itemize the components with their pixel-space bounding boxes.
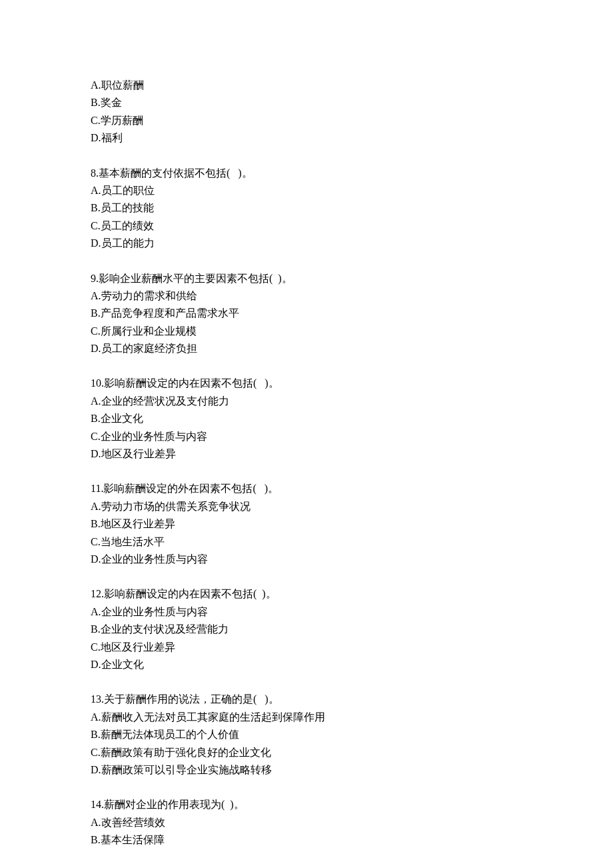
- option-c: C.学历薪酬: [91, 112, 613, 129]
- option-b: B.奖金: [91, 94, 613, 111]
- option-a: A.员工的职位: [91, 182, 613, 199]
- option-a: A.薪酬收入无法对员工其家庭的生活起到保障作用: [91, 709, 613, 726]
- option-b: B.企业文化: [91, 410, 613, 427]
- question-stem: 8.基本薪酬的支付依据不包括( )。: [91, 165, 613, 182]
- question-8: 8.基本薪酬的支付依据不包括( )。 A.员工的职位 B.员工的技能 C.员工的…: [91, 165, 613, 253]
- option-a: A.职位薪酬: [91, 77, 613, 94]
- option-c: C.当地生活水平: [91, 533, 613, 551]
- option-a: A.劳动力市场的供需关系竞争状况: [91, 498, 613, 515]
- option-c: C.地区及行业差异: [91, 639, 613, 656]
- option-d: D.员工的家庭经济负担: [91, 340, 613, 357]
- question-14: 14.薪酬对企业的作用表现为( )。 A.改善经营绩效 B.基本生活保障: [91, 796, 613, 849]
- option-d: D.员工的能力: [91, 235, 613, 252]
- question-10: 10.影响薪酬设定的内在因素不包括( )。 A.企业的经营状况及支付能力 B.企…: [91, 375, 613, 463]
- option-c: C.薪酬政策有助于强化良好的企业文化: [91, 744, 613, 761]
- question-stem: 13.关于薪酬作用的说法，正确的是( )。: [91, 691, 613, 708]
- orphan-options-block: A.职位薪酬 B.奖金 C.学历薪酬 D.福利: [91, 77, 613, 147]
- question-stem: 9.影响企业薪酬水平的主要因素不包括( )。: [91, 270, 613, 287]
- option-d: D.地区及行业差异: [91, 445, 613, 463]
- question-stem: 14.薪酬对企业的作用表现为( )。: [91, 796, 613, 813]
- option-b: B.产品竞争程度和产品需求水平: [91, 305, 613, 322]
- question-stem: 11.影响薪酬设定的外在因素不包括( )。: [91, 480, 613, 497]
- option-a: A.改善经营绩效: [91, 814, 613, 831]
- option-a: A.企业的业务性质与内容: [91, 603, 613, 621]
- question-11: 11.影响薪酬设定的外在因素不包括( )。 A.劳动力市场的供需关系竞争状况 B…: [91, 480, 613, 568]
- option-b: B.薪酬无法体现员工的个人价值: [91, 726, 613, 743]
- question-9: 9.影响企业薪酬水平的主要因素不包括( )。 A.劳动力的需求和供给 B.产品竞…: [91, 270, 613, 358]
- option-d: D.企业文化: [91, 656, 613, 673]
- option-d: D.企业的业务性质与内容: [91, 551, 613, 568]
- question-13: 13.关于薪酬作用的说法，正确的是( )。 A.薪酬收入无法对员工其家庭的生活起…: [91, 691, 613, 779]
- option-c: C.企业的业务性质与内容: [91, 428, 613, 445]
- option-b: B.基本生活保障: [91, 831, 613, 849]
- question-stem: 12.影响薪酬设定的内在因素不包括( )。: [91, 585, 613, 603]
- option-a: A.企业的经营状况及支付能力: [91, 393, 613, 410]
- option-a: A.劳动力的需求和供给: [91, 287, 613, 305]
- option-c: C.所属行业和企业规模: [91, 323, 613, 340]
- option-d: D.薪酬政策可以引导企业实施战略转移: [91, 761, 613, 779]
- option-d: D.福利: [91, 129, 613, 147]
- option-b: B.企业的支付状况及经营能力: [91, 621, 613, 638]
- option-c: C.员工的绩效: [91, 217, 613, 235]
- question-12: 12.影响薪酬设定的内在因素不包括( )。 A.企业的业务性质与内容 B.企业的…: [91, 585, 613, 673]
- question-stem: 10.影响薪酬设定的内在因素不包括( )。: [91, 375, 613, 392]
- option-b: B.员工的技能: [91, 199, 613, 217]
- option-b: B.地区及行业差异: [91, 515, 613, 533]
